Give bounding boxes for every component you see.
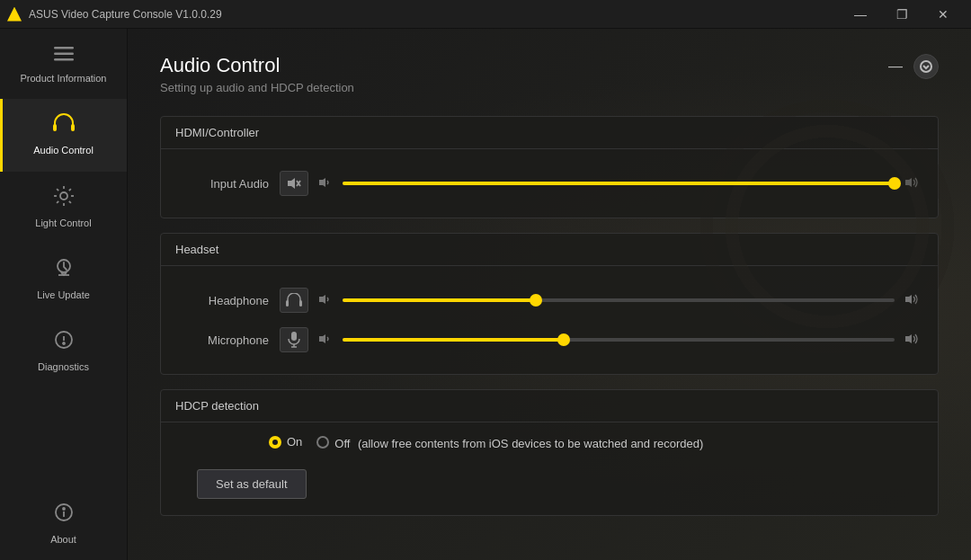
app-title: ASUS Video Capture Console V1.0.0.29 [29,8,222,21]
input-audio-vol-low-icon [319,177,332,191]
sidebar-item-light-control[interactable]: Light Control [0,172,127,244]
hdcp-radio-group: On Off (allow free contents from iOS dev… [179,435,703,451]
maximize-button[interactable]: ❐ [881,0,922,29]
svg-line-13 [57,200,58,202]
input-audio-mute-btn[interactable] [280,171,308,196]
microphone-slider-thumb[interactable] [557,333,570,346]
svg-point-5 [60,192,67,200]
page-header: Audio Control Setting up audio and HDCP … [160,54,939,94]
sidebar-spacer [0,387,127,487]
svg-marker-30 [319,295,325,304]
input-audio-slider-container [343,182,895,185]
svg-rect-3 [53,124,57,131]
hdcp-off-option[interactable]: Off (allow free contents from iOS device… [316,435,703,451]
svg-point-21 [63,508,65,510]
header-controls: — [885,54,939,79]
sidebar-item-audio-control[interactable]: Audio Control [0,99,127,171]
hdmi-section-header: HDMI/Controller [161,117,938,149]
svg-marker-35 [319,334,325,343]
diagnostics-icon [54,330,74,355]
headphone-slider-thumb[interactable] [530,294,542,307]
hdcp-on-radio[interactable] [269,436,281,449]
page-subtitle: Setting up audio and HDCP detection [160,81,354,94]
microphone-slider-container [343,338,895,342]
headphone-slider-fill [343,298,536,302]
sidebar-item-label-diagnostics: Diagnostics [38,360,89,373]
header-minimize-btn[interactable]: — [885,58,906,75]
svg-line-12 [68,189,70,191]
svg-marker-31 [905,295,912,304]
svg-rect-28 [286,300,289,307]
input-audio-vol-high-icon [905,177,920,191]
hdcp-off-label: Off [334,437,350,450]
hdcp-on-option[interactable]: On [269,435,302,449]
about-icon [54,502,74,528]
title-bar: ASUS Video Capture Console V1.0.0.29 — ❐… [0,0,971,29]
sidebar: Product Information Audio Control [0,29,128,560]
hdcp-on-label: On [287,435,302,449]
headset-section-body: Headphone [161,266,938,374]
light-icon [54,186,74,211]
title-bar-left: ASUS Video Capture Console V1.0.0.29 [7,7,222,22]
svg-rect-0 [54,47,74,49]
hdcp-options: On Off (allow free contents from iOS dev… [179,435,920,451]
asus-logo-icon [7,7,22,22]
page-title-area: Audio Control Setting up audio and HDCP … [160,54,354,94]
input-audio-slider-track [343,182,895,185]
headset-section-header: Headset [161,234,938,266]
microphone-label: Microphone [179,333,269,347]
hdcp-section-header: HDCP detection [161,390,938,422]
svg-line-11 [68,200,70,202]
input-audio-slider-thumb[interactable] [888,177,901,190]
hdmi-section: HDMI/Controller Input Audio [160,116,939,218]
svg-point-18 [63,342,65,344]
main-content: Audio Control Setting up audio and HDCP … [128,29,971,560]
microphone-row: Microphone [179,320,920,360]
svg-rect-29 [299,300,302,307]
headphone-slider-track [343,298,895,302]
svg-marker-23 [288,178,295,189]
hdcp-off-group: Off (allow free contents from iOS device… [334,435,703,451]
svg-marker-26 [319,178,325,187]
sidebar-item-diagnostics[interactable]: Diagnostics [0,316,127,387]
app-layout: Product Information Audio Control [0,29,971,560]
hdcp-body: On Off (allow free contents from iOS dev… [161,422,938,515]
svg-point-22 [921,61,931,72]
hdmi-section-body: Input Audio [161,149,938,218]
headphone-icon [53,113,75,138]
minimize-button[interactable]: — [840,0,881,29]
sidebar-item-product-information[interactable]: Product Information [0,29,127,99]
headphone-vol-low-icon [319,294,332,307]
microphone-icon-btn[interactable] [280,327,308,352]
download-icon [55,258,73,283]
svg-line-10 [57,189,58,191]
svg-rect-4 [71,124,75,131]
sidebar-item-label-live: Live Update [37,289,90,301]
headset-section: Headset Headphone [160,233,939,375]
svg-rect-32 [291,332,297,341]
input-audio-label: Input Audio [179,177,269,191]
menu-icon [54,43,74,67]
sidebar-item-label-product: Product Information [21,72,107,84]
close-button[interactable]: ✕ [922,0,964,29]
sidebar-item-label-light: Light Control [35,217,91,229]
window-controls: — ❐ ✕ [840,0,964,29]
header-dropdown-btn[interactable] [913,54,939,79]
hdcp-section: HDCP detection On [160,389,939,516]
microphone-slider-fill [343,338,564,342]
microphone-vol-low-icon [319,333,332,347]
set-default-button[interactable]: Set as default [197,469,307,499]
page-title: Audio Control [160,54,354,77]
headphone-vol-high-icon [905,294,920,307]
microphone-vol-high-icon [905,333,920,347]
headphone-icon-btn[interactable] [280,288,308,313]
headphone-row: Headphone [179,280,920,320]
sidebar-item-label-audio: Audio Control [33,144,94,156]
svg-marker-36 [905,334,912,343]
svg-rect-1 [54,53,74,56]
svg-marker-27 [905,178,912,187]
sidebar-item-live-update[interactable]: Live Update [0,244,127,316]
hdcp-off-radio[interactable] [316,436,329,449]
radio-inner [272,440,278,445]
sidebar-item-about[interactable]: About [0,488,127,560]
